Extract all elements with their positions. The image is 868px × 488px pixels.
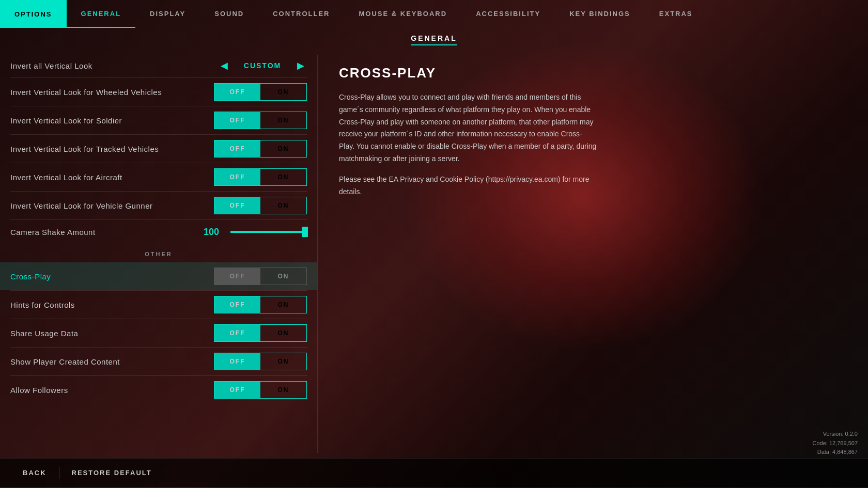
- main-content: Invert all Vertical Look ◀ CUSTOM ▶ Inve…: [0, 50, 868, 458]
- setting-allow-followers: Allow Followers OFF ON: [0, 376, 317, 404]
- setting-invert-gunner: Invert Vertical Look for Vehicle Gunner …: [0, 192, 317, 219]
- toggle-off-label: OFF: [214, 268, 260, 285]
- setting-label-share: Share Usage Data: [10, 329, 78, 338]
- setting-invert-all-vertical: Invert all Vertical Look ◀ CUSTOM ▶: [0, 54, 317, 77]
- toggle-off-label: OFF: [214, 197, 260, 214]
- setting-cross-play[interactable]: Cross-Play OFF ON: [0, 262, 317, 290]
- arrow-left-btn[interactable]: ◀: [218, 59, 230, 72]
- nav-tab-controller[interactable]: CONTROLLER: [258, 0, 344, 28]
- setting-invert-soldier: Invert Vertical Look for Soldier OFF ON: [0, 106, 317, 134]
- toggle-off-label: OFF: [214, 140, 260, 157]
- toggle-soldier[interactable]: OFF ON: [214, 112, 307, 129]
- setting-label-hints: Hints for Controls: [10, 301, 75, 309]
- back-button[interactable]: BACK: [10, 459, 59, 487]
- toggle-wheeled[interactable]: OFF ON: [214, 83, 307, 101]
- toggle-off-label: OFF: [214, 169, 260, 185]
- toggle-off-label: OFF: [214, 353, 260, 370]
- restore-default-button[interactable]: RESTORE DEFAULT: [59, 459, 164, 487]
- setting-label-camera-shake: Camera Shake Amount: [10, 228, 96, 237]
- nav-tab-key-bindings[interactable]: KEY BINDINGS: [555, 0, 645, 28]
- data-text: Data: 4,848,867: [813, 448, 858, 457]
- nav-tab-options[interactable]: OPTIONS: [0, 0, 67, 28]
- camera-shake-slider[interactable]: [230, 231, 307, 233]
- section-title: GENERAL: [411, 34, 457, 45]
- version-info: Version: 0.2.0 Code: 12,769,507 Data: 4,…: [813, 430, 858, 457]
- toggle-on-label: ON: [260, 296, 306, 313]
- left-panel: Invert all Vertical Look ◀ CUSTOM ▶ Inve…: [0, 50, 317, 458]
- setting-label-aircraft: Invert Vertical Look for Aircraft: [10, 173, 122, 182]
- right-panel: CROSS-PLAY Cross-Play allows you to conn…: [318, 50, 868, 458]
- toggle-off-label: OFF: [214, 382, 260, 398]
- toggle-on-label: ON: [260, 353, 306, 370]
- code-text: Code: 12,769,507: [813, 439, 858, 448]
- toggle-on-label: ON: [260, 169, 306, 185]
- setting-invert-wheeled: Invert Vertical Look for Wheeled Vehicle…: [0, 78, 317, 106]
- detail-paragraph-2: Please see the EA Privacy and Cookie Pol…: [339, 174, 597, 198]
- toggle-aircraft[interactable]: OFF ON: [214, 168, 307, 186]
- setting-label-wheeled: Invert Vertical Look for Wheeled Vehicle…: [10, 88, 162, 97]
- toggle-on-label: ON: [260, 112, 306, 129]
- nav-tab-mouse-keyboard[interactable]: MOUSE & KEYBOARD: [344, 0, 461, 28]
- nav-tab-sound[interactable]: SOUND: [200, 0, 258, 28]
- setting-invert-tracked: Invert Vertical Look for Tracked Vehicle…: [0, 135, 317, 163]
- nav-tab-general[interactable]: GENERAL: [67, 0, 136, 28]
- custom-selector: ◀ CUSTOM ▶: [218, 59, 307, 72]
- toggle-hints[interactable]: OFF ON: [214, 296, 307, 313]
- setting-invert-aircraft: Invert Vertical Look for Aircraft OFF ON: [0, 163, 317, 191]
- toggle-off-label: OFF: [214, 325, 260, 341]
- version-text: Version: 0.2.0: [813, 430, 858, 439]
- detail-title: CROSS-PLAY: [339, 65, 847, 81]
- arrow-right-btn[interactable]: ▶: [295, 59, 307, 72]
- toggle-tracked[interactable]: OFF ON: [214, 140, 307, 158]
- toggle-off-label: OFF: [214, 112, 260, 129]
- detail-text: Cross-Play allows you to connect and pla…: [339, 91, 597, 198]
- other-section-divider: OTHER: [0, 244, 317, 262]
- toggle-cross-play[interactable]: OFF ON: [214, 267, 307, 285]
- toggle-on-label: ON: [260, 84, 306, 100]
- toggle-off-label: OFF: [214, 84, 260, 100]
- toggle-on-label: ON: [260, 325, 306, 341]
- setting-player-content: Show Player Created Content OFF ON: [0, 348, 317, 375]
- setting-share-usage: Share Usage Data OFF ON: [0, 319, 317, 347]
- toggle-on-label: ON: [260, 382, 306, 398]
- nav-tab-extras[interactable]: EXTRAS: [645, 0, 707, 28]
- toggle-gunner[interactable]: OFF ON: [214, 197, 307, 214]
- section-title-bar: GENERAL: [0, 28, 868, 50]
- slider-container: 100: [204, 227, 307, 238]
- setting-label-tracked: Invert Vertical Look for Tracked Vehicle…: [10, 145, 159, 153]
- setting-label-invert-all: Invert all Vertical Look: [10, 61, 92, 70]
- top-nav: OPTIONS GENERAL DISPLAY SOUND CONTROLLER…: [0, 0, 868, 28]
- toggle-player-content[interactable]: OFF ON: [214, 353, 307, 370]
- setting-label-cross-play: Cross-Play: [10, 272, 51, 281]
- detail-paragraph-1: Cross-Play allows you to connect and pla…: [339, 91, 597, 165]
- toggle-on-label: ON: [260, 140, 306, 157]
- slider-value: 100: [204, 227, 224, 238]
- toggle-share[interactable]: OFF ON: [214, 324, 307, 342]
- other-section-label: OTHER: [145, 251, 173, 257]
- setting-label-player-content: Show Player Created Content: [10, 357, 120, 366]
- nav-tab-accessibility[interactable]: ACCESSIBILITY: [461, 0, 555, 28]
- setting-label-gunner: Invert Vertical Look for Vehicle Gunner: [10, 201, 152, 210]
- setting-hints-controls: Hints for Controls OFF ON: [0, 291, 317, 319]
- toggle-on-label: ON: [260, 197, 306, 214]
- toggle-off-label: OFF: [214, 296, 260, 313]
- setting-label-soldier: Invert Vertical Look for Soldier: [10, 116, 122, 125]
- nav-tab-display[interactable]: DISPLAY: [135, 0, 200, 28]
- bottom-bar: BACK RESTORE DEFAULT: [0, 458, 868, 487]
- custom-value: CUSTOM: [237, 61, 288, 70]
- setting-camera-shake: Camera Shake Amount 100: [0, 220, 317, 244]
- setting-label-followers: Allow Followers: [10, 386, 68, 395]
- toggle-on-label: ON: [260, 268, 306, 285]
- toggle-followers[interactable]: OFF ON: [214, 381, 307, 399]
